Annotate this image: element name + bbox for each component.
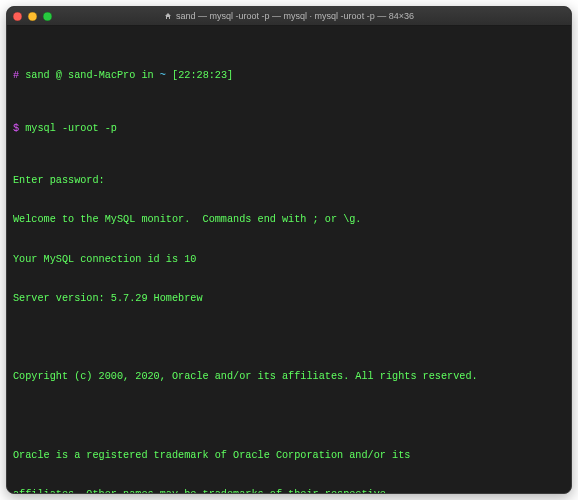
output-line: Copyright (c) 2000, 2020, Oracle and/or …: [13, 370, 565, 383]
prompt-at: @: [56, 70, 62, 81]
terminal-window: sand — mysql -uroot -p — mysql · mysql -…: [6, 6, 572, 494]
zoom-icon[interactable]: [43, 12, 52, 21]
close-icon[interactable]: [13, 12, 22, 21]
output-line: Oracle is a registered trademark of Orac…: [13, 449, 565, 462]
home-icon: [164, 12, 172, 20]
output-line: Enter password:: [13, 174, 565, 187]
prompt-user: sand: [25, 70, 49, 81]
output-line: [13, 410, 565, 423]
prompt-dollar: $: [13, 123, 19, 134]
window-title: sand — mysql -uroot -p — mysql · mysql -…: [7, 7, 571, 25]
minimize-icon[interactable]: [28, 12, 37, 21]
window-title-text: sand — mysql -uroot -p — mysql · mysql -…: [176, 7, 414, 25]
output-line: affiliates. Other names may be trademark…: [13, 488, 565, 494]
prompt-time: [22:28:23]: [172, 70, 233, 81]
prompt-in: in: [141, 70, 153, 81]
command-line: $ mysql -uroot -p: [13, 122, 565, 135]
output-line: [13, 331, 565, 344]
output-line: Server version: 5.7.29 Homebrew: [13, 292, 565, 305]
command-text: mysql -uroot -p: [25, 123, 117, 134]
shell-prompt-line: # sand @ sand-MacPro in ~ [22:28:23]: [13, 69, 565, 82]
output-line: Your MySQL connection id is 10: [13, 253, 565, 266]
terminal-body[interactable]: # sand @ sand-MacPro in ~ [22:28:23] $ m…: [7, 26, 571, 494]
prompt-path: ~: [160, 70, 166, 81]
output-line: Welcome to the MySQL monitor. Commands e…: [13, 213, 565, 226]
titlebar[interactable]: sand — mysql -uroot -p — mysql · mysql -…: [7, 7, 571, 26]
prompt-hash: #: [13, 70, 19, 81]
prompt-host: sand-MacPro: [68, 70, 135, 81]
